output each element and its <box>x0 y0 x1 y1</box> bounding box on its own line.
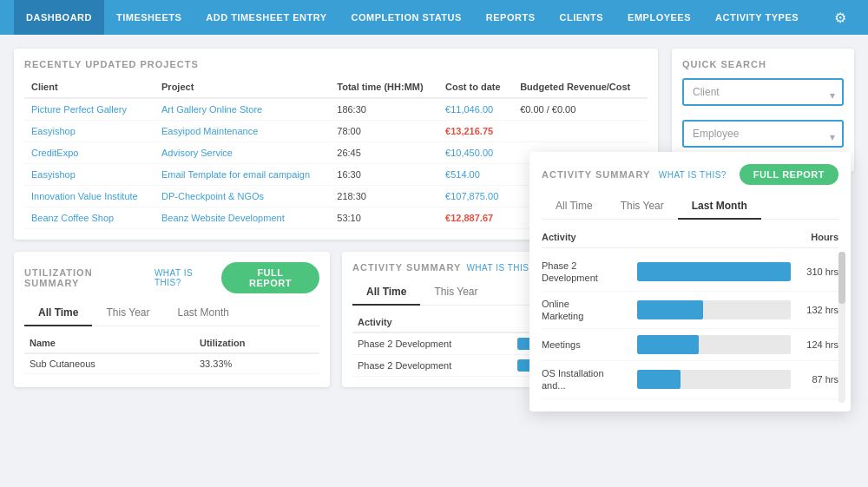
util-tab-this-year[interactable]: This Year <box>92 300 163 326</box>
quick-search-title: QUICK SEARCH <box>682 59 844 69</box>
util-tab-last-month[interactable]: Last Month <box>164 300 243 326</box>
ao-activity-name: OnlineMarketing <box>542 298 628 323</box>
list-item: Phase 2Development 310 hrs <box>542 253 838 292</box>
ao-bar-bg <box>637 370 791 389</box>
ao-bar-fill <box>637 300 703 319</box>
activity-small-tab-this-year[interactable]: This Year <box>420 280 491 306</box>
nav-item-completion-status[interactable]: Completion Status <box>339 0 474 35</box>
ao-bar-fill <box>637 335 699 354</box>
ao-hours: 132 hrs <box>799 305 838 315</box>
utilization-tabs: All TimeThis YearLast Month <box>24 300 319 326</box>
activity-overlay-tabs: All TimeThis YearLast Month <box>542 194 838 220</box>
activity-overlay-scroll-thumb[interactable] <box>838 252 845 304</box>
table-row[interactable]: Picture Perfect GalleryArt Gallery Onlin… <box>24 98 648 121</box>
utilization-header: UTILIZATION SUMMARY WHAT IS THIS? FULL R… <box>24 262 319 293</box>
client-select[interactable]: Client <box>682 78 844 106</box>
ao-tab-all-time[interactable]: All Time <box>542 194 607 220</box>
table-row: Sub Cutaneous33.33% <box>24 353 319 374</box>
utilization-section: UTILIZATION SUMMARY WHAT IS THIS? FULL R… <box>14 252 330 387</box>
utilization-what[interactable]: WHAT IS THIS? <box>155 268 221 287</box>
activity-overlay: ACTIVITY SUMMARY WHAT IS THIS? FULL REPO… <box>529 152 851 411</box>
nav-item-timesheets[interactable]: Timesheets <box>104 0 194 35</box>
util-tab-all-time[interactable]: All Time <box>24 300 92 326</box>
gear-icon[interactable]: ⚙ <box>826 3 854 31</box>
utilization-table: Name Utilization Sub Cutaneous33.33% <box>24 333 319 374</box>
activity-name: Phase 2 Development <box>352 355 512 377</box>
utilization-title: UTILIZATION SUMMARY <box>24 267 149 288</box>
employee-select[interactable]: Employee <box>682 120 844 148</box>
projects-col-cost-to-date: Cost to date <box>438 76 513 98</box>
nav-item-clients[interactable]: Clients <box>548 0 616 35</box>
client-select-wrap[interactable]: Client <box>682 78 844 113</box>
activity-small-tab-all-time[interactable]: All Time <box>352 280 420 306</box>
activity-overlay-rows: Phase 2Development 310 hrs OnlineMarketi… <box>542 253 838 399</box>
ao-col-activity: Activity <box>542 232 576 242</box>
table-row[interactable]: EasyishopEasyipod Maintenance78:00€13,21… <box>24 121 648 142</box>
ao-activity-name: Meetings <box>542 339 628 351</box>
activity-name: Phase 2 Development <box>352 332 512 355</box>
nav-item-reports[interactable]: Reports <box>474 0 548 35</box>
navigation: DashboardTimesheetsAdd Timesheet EntryCo… <box>0 0 868 35</box>
ao-activity-name: OS Installationand... <box>542 367 628 392</box>
util-col-utilization: Utilization <box>194 333 319 353</box>
projects-col-project: Project <box>155 76 330 98</box>
ao-tab-last-month[interactable]: Last Month <box>678 194 761 220</box>
utilization-full-report-button[interactable]: FULL REPORT <box>221 262 319 293</box>
ao-tab-this-year[interactable]: This Year <box>607 194 678 220</box>
ao-bar-bg <box>637 300 791 319</box>
activity-overlay-header: ACTIVITY SUMMARY WHAT IS THIS? FULL REPO… <box>542 164 838 185</box>
list-item: Meetings 124 hrs <box>542 329 838 361</box>
ao-bar-fill <box>637 262 791 281</box>
activity-overlay-scrollbar[interactable] <box>838 252 845 403</box>
act-col-activity: Activity <box>352 313 512 332</box>
activity-overlay-columns: Activity Hours <box>542 228 838 248</box>
ao-bar-bg <box>637 335 791 354</box>
projects-title: RECENTLY UPDATED PROJECTS <box>24 59 648 69</box>
employee-select-wrap[interactable]: Employee <box>682 120 844 155</box>
nav-item-activity-types[interactable]: Activity Types <box>703 0 811 35</box>
ao-hours: 124 hrs <box>799 339 838 350</box>
activity-overlay-title: ACTIVITY SUMMARY <box>542 169 650 180</box>
nav-item-employees[interactable]: Employees <box>615 0 703 35</box>
ao-hours: 87 hrs <box>799 374 838 385</box>
ao-hours: 310 hrs <box>799 267 838 277</box>
ao-col-hours: Hours <box>811 232 838 242</box>
nav-item-dashboard[interactable]: Dashboard <box>14 0 104 35</box>
ao-bar-bg <box>637 262 791 281</box>
projects-col-total-time-hh:mm: Total time (HH:MM) <box>330 76 438 98</box>
activity-small-title: ACTIVITY SUMMARY <box>352 262 461 273</box>
ao-activity-name: Phase 2Development <box>542 260 628 285</box>
activity-overlay-what[interactable]: WHAT IS THIS? <box>659 170 727 180</box>
projects-col-budgeted-revenuecost: Budgeted Revenue/Cost <box>513 76 648 98</box>
list-item: OS Installationand... 87 hrs <box>542 361 838 399</box>
ao-bar-fill <box>637 370 681 389</box>
nav-item-add-timesheet-entry[interactable]: Add Timesheet Entry <box>194 0 339 35</box>
activity-overlay-full-report-button[interactable]: FULL REPORT <box>740 164 838 185</box>
util-col-name: Name <box>24 333 194 353</box>
activity-small-what[interactable]: WHAT IS THIS? <box>466 263 534 273</box>
list-item: OnlineMarketing 132 hrs <box>542 292 838 330</box>
projects-col-client: Client <box>24 76 155 98</box>
